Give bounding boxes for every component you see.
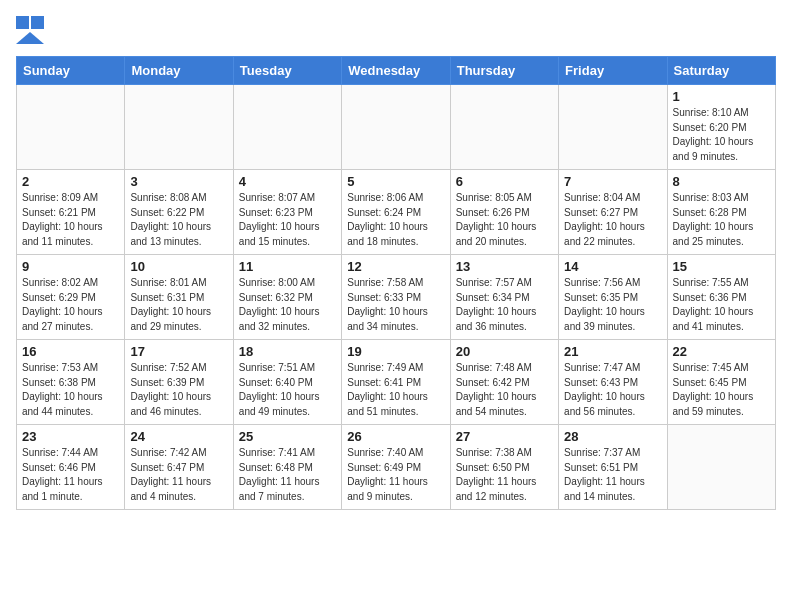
day-cell bbox=[233, 85, 341, 170]
day-number: 26 bbox=[347, 429, 444, 444]
day-number: 3 bbox=[130, 174, 227, 189]
day-number: 14 bbox=[564, 259, 661, 274]
day-info: Sunrise: 8:05 AM Sunset: 6:26 PM Dayligh… bbox=[456, 191, 553, 249]
day-cell: 6Sunrise: 8:05 AM Sunset: 6:26 PM Daylig… bbox=[450, 170, 558, 255]
day-number: 20 bbox=[456, 344, 553, 359]
day-cell: 19Sunrise: 7:49 AM Sunset: 6:41 PM Dayli… bbox=[342, 340, 450, 425]
day-cell: 17Sunrise: 7:52 AM Sunset: 6:39 PM Dayli… bbox=[125, 340, 233, 425]
day-info: Sunrise: 8:02 AM Sunset: 6:29 PM Dayligh… bbox=[22, 276, 119, 334]
day-cell: 15Sunrise: 7:55 AM Sunset: 6:36 PM Dayli… bbox=[667, 255, 775, 340]
day-cell: 23Sunrise: 7:44 AM Sunset: 6:46 PM Dayli… bbox=[17, 425, 125, 510]
day-info: Sunrise: 8:08 AM Sunset: 6:22 PM Dayligh… bbox=[130, 191, 227, 249]
day-cell: 28Sunrise: 7:37 AM Sunset: 6:51 PM Dayli… bbox=[559, 425, 667, 510]
day-info: Sunrise: 7:37 AM Sunset: 6:51 PM Dayligh… bbox=[564, 446, 661, 504]
day-cell bbox=[17, 85, 125, 170]
day-cell bbox=[667, 425, 775, 510]
day-info: Sunrise: 7:45 AM Sunset: 6:45 PM Dayligh… bbox=[673, 361, 770, 419]
day-number: 19 bbox=[347, 344, 444, 359]
week-row-4: 16Sunrise: 7:53 AM Sunset: 6:38 PM Dayli… bbox=[17, 340, 776, 425]
day-cell: 18Sunrise: 7:51 AM Sunset: 6:40 PM Dayli… bbox=[233, 340, 341, 425]
col-header-saturday: Saturday bbox=[667, 57, 775, 85]
day-cell: 12Sunrise: 7:58 AM Sunset: 6:33 PM Dayli… bbox=[342, 255, 450, 340]
day-number: 15 bbox=[673, 259, 770, 274]
day-cell: 4Sunrise: 8:07 AM Sunset: 6:23 PM Daylig… bbox=[233, 170, 341, 255]
day-cell: 1Sunrise: 8:10 AM Sunset: 6:20 PM Daylig… bbox=[667, 85, 775, 170]
day-number: 24 bbox=[130, 429, 227, 444]
day-info: Sunrise: 7:49 AM Sunset: 6:41 PM Dayligh… bbox=[347, 361, 444, 419]
header bbox=[16, 16, 776, 44]
svg-rect-0 bbox=[16, 16, 29, 29]
day-number: 17 bbox=[130, 344, 227, 359]
day-cell: 25Sunrise: 7:41 AM Sunset: 6:48 PM Dayli… bbox=[233, 425, 341, 510]
day-info: Sunrise: 8:07 AM Sunset: 6:23 PM Dayligh… bbox=[239, 191, 336, 249]
svg-rect-1 bbox=[31, 16, 44, 29]
day-cell: 8Sunrise: 8:03 AM Sunset: 6:28 PM Daylig… bbox=[667, 170, 775, 255]
day-number: 7 bbox=[564, 174, 661, 189]
day-number: 23 bbox=[22, 429, 119, 444]
day-cell: 7Sunrise: 8:04 AM Sunset: 6:27 PM Daylig… bbox=[559, 170, 667, 255]
day-info: Sunrise: 7:58 AM Sunset: 6:33 PM Dayligh… bbox=[347, 276, 444, 334]
day-info: Sunrise: 7:41 AM Sunset: 6:48 PM Dayligh… bbox=[239, 446, 336, 504]
calendar-table: SundayMondayTuesdayWednesdayThursdayFrid… bbox=[16, 56, 776, 510]
week-row-3: 9Sunrise: 8:02 AM Sunset: 6:29 PM Daylig… bbox=[17, 255, 776, 340]
col-header-sunday: Sunday bbox=[17, 57, 125, 85]
col-header-tuesday: Tuesday bbox=[233, 57, 341, 85]
day-info: Sunrise: 7:38 AM Sunset: 6:50 PM Dayligh… bbox=[456, 446, 553, 504]
day-number: 25 bbox=[239, 429, 336, 444]
day-cell: 20Sunrise: 7:48 AM Sunset: 6:42 PM Dayli… bbox=[450, 340, 558, 425]
day-cell: 11Sunrise: 8:00 AM Sunset: 6:32 PM Dayli… bbox=[233, 255, 341, 340]
day-number: 2 bbox=[22, 174, 119, 189]
day-number: 8 bbox=[673, 174, 770, 189]
day-info: Sunrise: 8:10 AM Sunset: 6:20 PM Dayligh… bbox=[673, 106, 770, 164]
col-header-thursday: Thursday bbox=[450, 57, 558, 85]
day-cell: 13Sunrise: 7:57 AM Sunset: 6:34 PM Dayli… bbox=[450, 255, 558, 340]
day-info: Sunrise: 8:00 AM Sunset: 6:32 PM Dayligh… bbox=[239, 276, 336, 334]
day-number: 4 bbox=[239, 174, 336, 189]
header-row: SundayMondayTuesdayWednesdayThursdayFrid… bbox=[17, 57, 776, 85]
day-number: 27 bbox=[456, 429, 553, 444]
day-cell: 3Sunrise: 8:08 AM Sunset: 6:22 PM Daylig… bbox=[125, 170, 233, 255]
day-cell: 21Sunrise: 7:47 AM Sunset: 6:43 PM Dayli… bbox=[559, 340, 667, 425]
day-info: Sunrise: 7:51 AM Sunset: 6:40 PM Dayligh… bbox=[239, 361, 336, 419]
day-info: Sunrise: 7:44 AM Sunset: 6:46 PM Dayligh… bbox=[22, 446, 119, 504]
day-cell: 2Sunrise: 8:09 AM Sunset: 6:21 PM Daylig… bbox=[17, 170, 125, 255]
day-info: Sunrise: 8:06 AM Sunset: 6:24 PM Dayligh… bbox=[347, 191, 444, 249]
day-info: Sunrise: 7:52 AM Sunset: 6:39 PM Dayligh… bbox=[130, 361, 227, 419]
day-cell: 14Sunrise: 7:56 AM Sunset: 6:35 PM Dayli… bbox=[559, 255, 667, 340]
day-cell bbox=[559, 85, 667, 170]
col-header-wednesday: Wednesday bbox=[342, 57, 450, 85]
day-cell: 26Sunrise: 7:40 AM Sunset: 6:49 PM Dayli… bbox=[342, 425, 450, 510]
day-number: 1 bbox=[673, 89, 770, 104]
day-number: 11 bbox=[239, 259, 336, 274]
day-cell bbox=[342, 85, 450, 170]
day-number: 28 bbox=[564, 429, 661, 444]
day-number: 12 bbox=[347, 259, 444, 274]
day-number: 21 bbox=[564, 344, 661, 359]
logo-icon bbox=[16, 16, 44, 44]
day-number: 18 bbox=[239, 344, 336, 359]
day-info: Sunrise: 8:03 AM Sunset: 6:28 PM Dayligh… bbox=[673, 191, 770, 249]
day-cell: 27Sunrise: 7:38 AM Sunset: 6:50 PM Dayli… bbox=[450, 425, 558, 510]
day-info: Sunrise: 7:42 AM Sunset: 6:47 PM Dayligh… bbox=[130, 446, 227, 504]
day-info: Sunrise: 7:57 AM Sunset: 6:34 PM Dayligh… bbox=[456, 276, 553, 334]
day-number: 16 bbox=[22, 344, 119, 359]
day-cell: 22Sunrise: 7:45 AM Sunset: 6:45 PM Dayli… bbox=[667, 340, 775, 425]
week-row-1: 1Sunrise: 8:10 AM Sunset: 6:20 PM Daylig… bbox=[17, 85, 776, 170]
day-number: 6 bbox=[456, 174, 553, 189]
week-row-5: 23Sunrise: 7:44 AM Sunset: 6:46 PM Dayli… bbox=[17, 425, 776, 510]
day-info: Sunrise: 7:56 AM Sunset: 6:35 PM Dayligh… bbox=[564, 276, 661, 334]
day-cell: 24Sunrise: 7:42 AM Sunset: 6:47 PM Dayli… bbox=[125, 425, 233, 510]
logo bbox=[16, 16, 46, 44]
day-number: 13 bbox=[456, 259, 553, 274]
col-header-monday: Monday bbox=[125, 57, 233, 85]
day-number: 22 bbox=[673, 344, 770, 359]
day-info: Sunrise: 8:09 AM Sunset: 6:21 PM Dayligh… bbox=[22, 191, 119, 249]
day-info: Sunrise: 8:04 AM Sunset: 6:27 PM Dayligh… bbox=[564, 191, 661, 249]
day-info: Sunrise: 8:01 AM Sunset: 6:31 PM Dayligh… bbox=[130, 276, 227, 334]
day-info: Sunrise: 7:48 AM Sunset: 6:42 PM Dayligh… bbox=[456, 361, 553, 419]
day-number: 5 bbox=[347, 174, 444, 189]
day-info: Sunrise: 7:40 AM Sunset: 6:49 PM Dayligh… bbox=[347, 446, 444, 504]
day-cell: 10Sunrise: 8:01 AM Sunset: 6:31 PM Dayli… bbox=[125, 255, 233, 340]
day-number: 9 bbox=[22, 259, 119, 274]
day-cell: 16Sunrise: 7:53 AM Sunset: 6:38 PM Dayli… bbox=[17, 340, 125, 425]
